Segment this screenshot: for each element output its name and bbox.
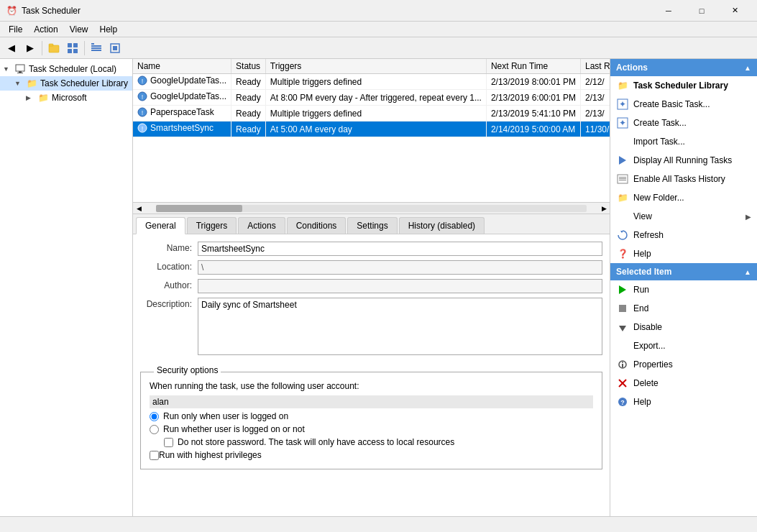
user-account-display: alan [150,395,593,408]
action-item-5[interactable]: Enable All Tasks History [610,170,757,188]
selected-action-label-4: Properties [633,359,751,370]
svg-rect-12 [16,65,24,71]
action-item-7[interactable]: View▶ [610,207,757,226]
action-item-4[interactable]: Display All Running Tasks [610,151,757,170]
selected-action-label-3: Export... [633,341,751,351]
action-item-6[interactable]: 📁New Folder... [610,188,757,207]
svg-rect-30 [619,178,626,179]
action-item-9[interactable]: ❓Help [610,244,757,263]
svg-rect-1 [49,44,53,46]
tab-history[interactable]: History (disabled) [399,217,485,234]
menu-help[interactable]: Help [94,23,124,36]
toolbar-btn2[interactable] [64,40,81,56]
svg-rect-13 [19,71,22,73]
selected-action-item-1[interactable]: End [610,299,757,318]
hscroll-track[interactable] [156,205,587,212]
actions-panel: Actions ▲ 📁Task Scheduler Library ✦ Crea… [610,59,757,516]
col-header-status: Status [231,59,266,74]
name-label: Name: [140,242,198,253]
location-input[interactable] [198,260,602,275]
menu-file[interactable]: File [3,23,28,36]
author-input[interactable] [198,279,602,293]
action-item-2[interactable]: ✦ Create Task... [610,114,757,132]
checkbox-run-highest-label: Run with highest privileges [159,450,262,460]
selected-action-item-6[interactable]: ? Help [610,393,757,411]
action-icon-empty [616,135,629,148]
name-input[interactable] [198,242,602,256]
svg-text:✦: ✦ [619,99,626,109]
selected-action-item-2[interactable]: Disable [610,318,757,336]
selected-action-icon-4 [616,358,629,371]
radio-whether-logged-label: Run whether user is logged on or not [163,424,305,434]
tree-item-library[interactable]: ▼ 📁 Task Scheduler Library [0,76,132,91]
folder-icon-library: 📁 [26,78,37,89]
actions-section-header-1[interactable]: Actions ▲ [610,59,757,76]
selected-action-item-0[interactable]: Run [610,280,757,299]
maximize-button[interactable]: □ [685,0,718,22]
action-item-8[interactable]: Refresh [610,226,757,244]
action-item-0[interactable]: 📁Task Scheduler Library [610,76,757,95]
svg-rect-14 [17,73,23,73]
checkbox-run-highest-input[interactable] [150,451,159,460]
svg-text:!: ! [142,109,144,116]
checkbox-no-password-input[interactable] [164,438,173,447]
action-label: Enable All Tasks History [633,174,751,184]
selected-action-item-5[interactable]: Delete [610,374,757,393]
description-textarea[interactable]: Daily sync of Smartsheet [198,298,602,355]
tree-label-microsoft: Microsoft [52,93,87,103]
selected-action-icon-3 [616,339,629,352]
tab-actions[interactable]: Actions [238,217,285,234]
table-row[interactable]: !PaperspaceTask Ready Multiple triggers … [133,106,610,121]
action-item-1[interactable]: ✦ Create Basic Task... [610,95,757,114]
action-icon-refresh [616,229,629,242]
action-icon-help: ❓ [616,247,629,260]
hscroll-left[interactable]: ◀ [133,203,144,214]
tree-item-microsoft[interactable]: ▶ 📁 Microsoft [0,91,132,105]
radio-logged-on-input[interactable] [150,412,159,421]
svg-rect-38 [622,364,623,367]
menu-view[interactable]: View [64,23,94,36]
toolbar-separator-1 [42,41,42,55]
actions-section-header-2[interactable]: Selected Item ▲ [610,263,757,280]
toolbar-forward[interactable]: ▶ [22,40,39,56]
svg-rect-2 [68,43,72,47]
location-row: Location: [140,260,602,275]
security-prompt: When running the task, use the following… [150,381,593,391]
tab-conditions[interactable]: Conditions [287,217,347,234]
svg-marker-35 [619,326,626,331]
menu-action[interactable]: Action [28,23,63,36]
table-row[interactable]: !GoogleUpdateTas... Ready At 8:00 PM eve… [133,90,610,106]
action-label: Import Task... [633,137,751,147]
toolbar-folder[interactable] [45,40,63,56]
toolbar-btn4[interactable] [106,40,124,56]
tab-general[interactable]: General [136,217,185,234]
selected-action-item-3[interactable]: Export... [610,336,757,355]
minimize-button[interactable]: ─ [652,0,685,22]
toolbar-btn3[interactable] [88,40,105,56]
tree-item-local[interactable]: ▼ Task Scheduler (Local) [0,62,132,76]
task-list[interactable]: Name Status Triggers Next Run Time Last … [133,59,610,203]
author-row: Author: [140,279,602,293]
close-button[interactable]: ✕ [718,0,751,22]
radio-whether-logged-input[interactable] [150,425,159,434]
actions-chevron-2: ▲ [744,268,751,276]
svg-rect-29 [619,177,626,178]
toolbar-back[interactable]: ◀ [3,40,20,56]
svg-marker-27 [619,156,626,165]
hscroll-right[interactable]: ▶ [598,203,610,214]
selected-action-icon-5 [616,377,629,390]
checkbox-run-highest: Run with highest privileges [150,450,593,460]
actions-section-title-2: Selected Item [616,267,671,277]
svg-point-37 [622,362,623,363]
selected-action-item-4[interactable]: Properties [610,355,757,374]
tree-label-local: Task Scheduler (Local) [29,64,116,74]
table-row[interactable]: !SmartsheetSync Ready At 5:00 AM every d… [133,121,610,137]
tab-triggers[interactable]: Triggers [187,217,237,234]
tab-settings[interactable]: Settings [347,217,397,234]
svg-rect-8 [91,50,101,51]
table-row[interactable]: !GoogleUpdateTas... Ready Multiple trigg… [133,74,610,90]
user-account-text: alan [152,397,169,407]
hscroll-thumb[interactable] [156,205,242,212]
action-item-3[interactable]: Import Task... [610,132,757,151]
horizontal-scrollbar[interactable]: ◀ ▶ [133,203,610,214]
